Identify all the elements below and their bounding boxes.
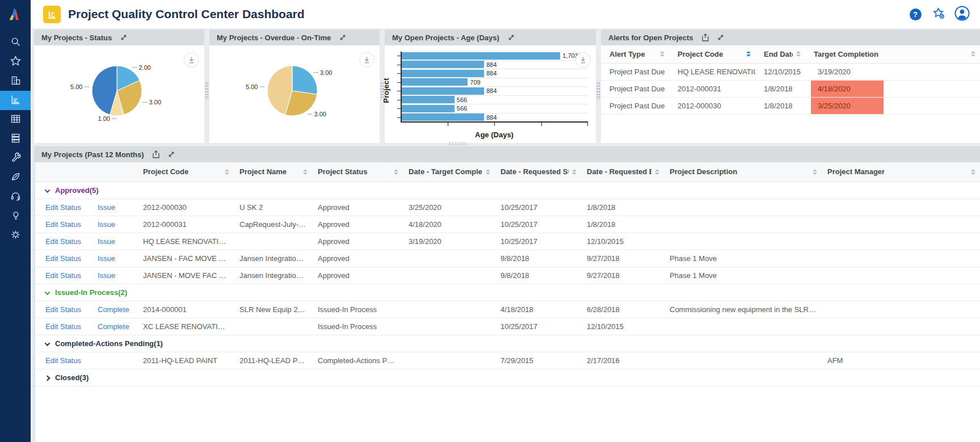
expand-icon[interactable] — [168, 151, 175, 158]
sidebar-item-search[interactable] — [0, 33, 31, 52]
sidebar-item-sustainability[interactable] — [0, 168, 31, 187]
group-row[interactable]: Closed(3) — [35, 369, 980, 386]
panel-resize-handle[interactable] — [596, 82, 600, 100]
edit-status-link[interactable]: Edit Status — [45, 220, 81, 229]
edit-status-link[interactable]: Edit Status — [45, 254, 81, 263]
alerts-column-header[interactable]: Target Completion — [805, 45, 980, 63]
chevron-down-icon[interactable] — [45, 187, 51, 193]
row-action-link[interactable]: Issue — [98, 254, 115, 263]
column-header-content: Project Code — [678, 50, 751, 58]
chevron-down-icon[interactable] — [45, 340, 51, 346]
sort-icon[interactable] — [221, 169, 229, 175]
table-row[interactable]: Edit StatusIssueJANSEN - FAC MOVE TO SRL… — [35, 250, 980, 267]
sort-icon[interactable] — [968, 169, 975, 175]
download-chart-button[interactable] — [184, 52, 199, 68]
row-action-link[interactable]: Issue — [98, 203, 115, 212]
sort-icon[interactable] — [793, 51, 801, 57]
projects-column-header[interactable]: Project Manager — [822, 162, 980, 182]
export-icon[interactable] — [153, 150, 159, 158]
alerts-row[interactable]: Project Past DueHQ LEASE RENOVATIONS12/1… — [601, 63, 980, 80]
row-resize-handle[interactable] — [448, 142, 466, 146]
table-row[interactable]: Edit Status2011-HQ-LEAD PAINT2011-HQ-LEA… — [35, 352, 980, 369]
projects-column-header[interactable]: Date - Target Completion — [403, 162, 495, 182]
sort-icon[interactable] — [743, 51, 751, 57]
alerts-column-header[interactable]: Alert Type — [601, 45, 669, 63]
projects-column-header[interactable]: Date - Requested Start — [495, 162, 581, 182]
expand-icon[interactable] — [717, 34, 724, 41]
sidebar-item-data-tables[interactable] — [0, 129, 31, 149]
expand-icon[interactable] — [339, 34, 346, 41]
group-row[interactable]: Issued-In Process(2) — [35, 284, 980, 301]
bar[interactable] — [402, 87, 484, 95]
table-row[interactable]: Edit StatusIssueJANSEN - MOVE FAC TO SRL… — [35, 267, 980, 284]
projects-column-header[interactable]: Date - Requested End — [581, 162, 664, 182]
bar[interactable] — [402, 78, 468, 86]
sidebar-item-ideas[interactable] — [0, 207, 31, 226]
row-action-link[interactable]: Issue — [98, 237, 115, 246]
table-row[interactable]: Edit StatusIssueHQ LEASE RENOVATIONSAppr… — [35, 233, 980, 250]
row-action-link[interactable]: Complete — [98, 322, 129, 331]
export-icon[interactable] — [702, 33, 709, 41]
add-favorite-button[interactable] — [932, 7, 945, 21]
sort-icon[interactable] — [482, 169, 490, 175]
chevron-right-icon[interactable] — [45, 375, 51, 381]
download-chart-button[interactable] — [575, 52, 591, 68]
alerts-row[interactable]: Project Past Due2012-0000311/8/20184/18/… — [601, 80, 980, 97]
panel-resize-handle[interactable] — [380, 82, 384, 100]
bar[interactable] — [402, 52, 560, 60]
edit-status-link[interactable]: Edit Status — [45, 203, 81, 212]
sidebar-item-support[interactable] — [0, 187, 31, 207]
bar[interactable] — [402, 61, 484, 68]
row-action-link[interactable]: Issue — [98, 271, 115, 280]
help-button[interactable]: ? — [909, 7, 922, 21]
expand-icon[interactable] — [120, 34, 127, 41]
row-action-link[interactable]: Complete — [98, 305, 129, 314]
bar[interactable] — [402, 96, 455, 103]
projects-column-header[interactable]: Project Description — [664, 162, 822, 182]
sidebar-item-dashboard[interactable] — [0, 91, 31, 110]
sidebar-item-buildings[interactable] — [0, 71, 31, 91]
chevron-down-icon[interactable] — [45, 289, 51, 295]
bar[interactable] — [402, 113, 484, 121]
sort-icon[interactable] — [657, 51, 664, 57]
table-row[interactable]: Edit StatusIssue2012-000031CapRequest-Ju… — [35, 216, 980, 233]
sort-icon[interactable] — [651, 169, 659, 175]
sort-icon[interactable] — [968, 51, 975, 57]
edit-status-link[interactable]: Edit Status — [45, 271, 81, 280]
sort-icon[interactable] — [569, 169, 577, 175]
bar[interactable] — [402, 70, 484, 77]
bar[interactable] — [402, 105, 455, 112]
bar-value-label: 884 — [486, 61, 497, 68]
pie-slice[interactable] — [292, 66, 317, 94]
edit-status-link[interactable]: Edit Status — [45, 237, 81, 246]
edit-status-link[interactable]: Edit Status — [45, 356, 81, 365]
app-logo[interactable] — [0, 0, 31, 28]
group-row[interactable]: Completed-Actions Pending(1) — [35, 335, 980, 352]
sidebar-item-planning-board[interactable] — [0, 110, 31, 129]
row-action-link[interactable]: Issue — [98, 220, 115, 229]
user-avatar[interactable] — [955, 7, 969, 21]
sidebar-item-settings[interactable] — [0, 226, 31, 245]
download-chart-button[interactable] — [359, 52, 375, 68]
projects-column-header[interactable]: Project Name — [234, 162, 312, 182]
edit-status-link[interactable]: Edit Status — [45, 305, 81, 314]
group-row[interactable]: Approved(5) — [35, 182, 980, 199]
alerts-column-header[interactable]: Project Code — [669, 45, 755, 63]
alerts-row[interactable]: Project Past Due2012-0000301/8/20183/25/… — [601, 97, 980, 114]
table-row[interactable]: Edit StatusIssue2012-000030U SK 2Approve… — [35, 199, 980, 216]
edit-status-link[interactable]: Edit Status — [45, 322, 81, 331]
sort-icon[interactable] — [300, 169, 308, 175]
sidebar-item-favorites[interactable] — [0, 52, 31, 71]
panel-resize-handle[interactable] — [205, 82, 209, 100]
table-row[interactable]: Edit StatusComplete2014-000001SLR New Eq… — [35, 301, 980, 318]
alerts-column-header[interactable]: End Date — [755, 45, 805, 63]
sort-icon[interactable] — [809, 169, 817, 175]
bar-value-label: 884 — [486, 87, 497, 94]
table-row[interactable]: Edit StatusCompleteXC LEASE RENOVATIONSI… — [35, 318, 980, 335]
projects-column-header[interactable]: Project Status — [312, 162, 403, 182]
expand-icon[interactable] — [508, 34, 515, 41]
projects-column-header[interactable]: Project Code — [137, 162, 234, 182]
sidebar-item-tools[interactable] — [0, 149, 31, 168]
column-label: End Date — [764, 50, 793, 58]
sort-icon[interactable] — [390, 169, 398, 175]
